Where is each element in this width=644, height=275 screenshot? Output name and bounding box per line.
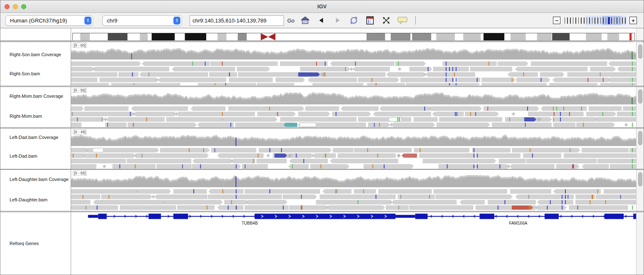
vertical-scrollbar-thumb[interactable] — [638, 89, 642, 104]
zoom-widget: − + — [553, 16, 637, 25]
zoom-tick — [565, 17, 565, 24]
home-icon[interactable] — [300, 15, 310, 25]
zoom-tick — [597, 17, 598, 24]
coverage-track-name[interactable]: Right-Mom.bam Coverage — [10, 94, 63, 99]
ruler-ticks: 140,136,000 bp140,137,000 bp140,138,000 … — [72, 28, 635, 40]
zoom-tick — [589, 17, 590, 24]
track-names: Right-Mom.bam Coverage Right-Mom.bam — [0, 87, 71, 127]
track-data: [0 - 60] — [71, 42, 644, 86]
zoom-tick — [617, 17, 617, 24]
zoom-tick — [567, 17, 568, 24]
scrollbar-gutter — [636, 212, 644, 275]
refseq-data: TUBB4BFAM166A — [71, 212, 644, 275]
track-names: Right-Son.bam Coverage Right-Son.bam — [0, 42, 71, 86]
coverage-range-label: [0 - 60] — [73, 43, 87, 48]
zoom-tick — [625, 17, 626, 24]
region-tool-icon[interactable] — [365, 15, 375, 25]
track-group-right-son: Right-Son.bam Coverage Right-Son.bam [0 … — [0, 42, 644, 86]
alignment-track-name[interactable]: Right-Mom.bam — [10, 114, 42, 119]
zoom-tick — [606, 17, 607, 24]
zoom-in-button[interactable]: + — [629, 17, 637, 24]
alignment-canvas[interactable] — [71, 170, 636, 211]
refseq-track-name[interactable]: Refseq Genes — [10, 241, 39, 246]
scrollbar-gutter — [636, 170, 644, 211]
alignment-track-name[interactable]: Left-Dad.bam — [10, 154, 37, 159]
genome-select-value: Human (GRCh37/hg19) — [10, 17, 67, 24]
alignment-track-name[interactable]: Right-Son.bam — [10, 71, 40, 76]
alignment-canvas[interactable] — [71, 129, 636, 169]
toolbar-separator — [415, 16, 416, 25]
track-group-left-daughter: Left-Daughter.bam Coverage Left-Daughter… — [0, 169, 644, 211]
zoom-tick — [578, 17, 579, 24]
main-content: p24.2p23p22.3p21.3p21.1p13.2p12p11.1q12q… — [0, 28, 644, 275]
track-group-left-dad: Left-Dad.bam Coverage Left-Dad.bam [0 - … — [0, 128, 644, 169]
track-data: [0 - 49] — [71, 129, 644, 169]
zoom-tick — [600, 17, 601, 24]
chromosome-select-value: chr9 — [107, 17, 117, 24]
track-names: Refseq Genes — [0, 212, 71, 275]
vertical-scrollbar-thumb[interactable] — [638, 131, 642, 145]
track-data: [0 - 55] — [71, 87, 644, 127]
zoom-tick — [581, 17, 582, 24]
vertical-scrollbar-thumb[interactable] — [638, 45, 642, 59]
toolbar: Human (GRCh37/hg19) ▲▼ chr9 ▲▼ Go — [0, 13, 644, 28]
alignment-canvas[interactable] — [71, 87, 636, 127]
zoom-slider[interactable] — [563, 16, 627, 25]
header-name-spacer — [0, 28, 71, 40]
zoom-tick — [584, 17, 585, 24]
zoom-tick — [595, 17, 595, 24]
zoom-tick — [611, 17, 612, 24]
tooltip-comment-icon[interactable] — [397, 15, 407, 25]
scrollbar-gutter — [636, 28, 644, 40]
alignment-track-name[interactable]: Left-Daughter.bam — [10, 197, 47, 202]
coverage-track-name[interactable]: Left-Daughter.bam Coverage — [10, 177, 69, 182]
alignment-canvas[interactable] — [71, 42, 636, 86]
select-stepper-icon: ▲▼ — [84, 17, 91, 25]
zoom-tick — [573, 17, 574, 24]
scrollbar-gutter — [636, 87, 644, 127]
scrollbar-gutter — [636, 42, 644, 86]
gene-canvas[interactable] — [71, 212, 636, 275]
fit-to-window-icon[interactable] — [381, 15, 391, 25]
window-title: IGV — [0, 3, 644, 10]
zoom-out-button[interactable]: − — [553, 17, 560, 24]
coverage-track-name[interactable]: Right-Son.bam Coverage — [10, 52, 61, 57]
zoom-tick — [619, 17, 620, 24]
toolbar-icons — [300, 15, 416, 25]
coverage-range-label: [0 - 49] — [73, 129, 87, 134]
zoom-tick — [622, 17, 623, 24]
track-names: Left-Dad.bam Coverage Left-Dad.bam — [0, 129, 71, 169]
igv-window: IGV Human (GRCh37/hg19) ▲▼ chr9 ▲▼ Go — [0, 0, 644, 275]
zoom-tick — [587, 17, 587, 24]
track-names: Left-Daughter.bam Coverage Left-Daughter… — [0, 170, 71, 211]
zoom-slider-thumb[interactable] — [608, 17, 610, 24]
back-icon[interactable] — [316, 15, 326, 25]
zoom-tick — [603, 17, 604, 24]
attribute-strip — [0, 41, 644, 42]
track-group-refseq: Refseq Genes TUBB4BFAM166A — [0, 212, 644, 275]
gene-label: FAM166A — [509, 221, 527, 225]
track-data: [0 - 55] — [71, 170, 644, 211]
titlebar: IGV — [0, 0, 644, 13]
vertical-scrollbar-thumb[interactable] — [638, 172, 642, 186]
forward-icon[interactable] — [333, 15, 343, 25]
chromosome-select[interactable]: chr9 ▲▼ — [102, 15, 182, 26]
zoom-tick — [575, 17, 576, 24]
coverage-track-name[interactable]: Left-Dad.bam Coverage — [10, 135, 58, 140]
genome-select[interactable]: Human (GRCh37/hg19) ▲▼ — [5, 15, 93, 26]
coverage-range-label: [0 - 55] — [73, 171, 87, 176]
select-stepper-icon: ▲▼ — [173, 17, 180, 25]
header-panel: p24.2p23p22.3p21.3p21.1p13.2p12p11.1q12q… — [0, 28, 644, 41]
header-data: p24.2p23p22.3p21.3p21.1p13.2p12p11.1q12q… — [71, 28, 644, 40]
coverage-range-label: [0 - 55] — [73, 88, 87, 93]
scrollbar-gutter — [636, 129, 644, 169]
track-group-right-mom: Right-Mom.bam Coverage Right-Mom.bam [0 … — [0, 87, 644, 128]
locus-input[interactable] — [190, 15, 284, 26]
refresh-icon[interactable] — [349, 15, 359, 25]
go-button[interactable]: Go — [287, 17, 294, 24]
zoom-tick — [570, 17, 571, 24]
zoom-tick — [614, 17, 615, 24]
zoom-tick — [592, 17, 593, 24]
gene-label: TUBB4B — [242, 221, 258, 225]
